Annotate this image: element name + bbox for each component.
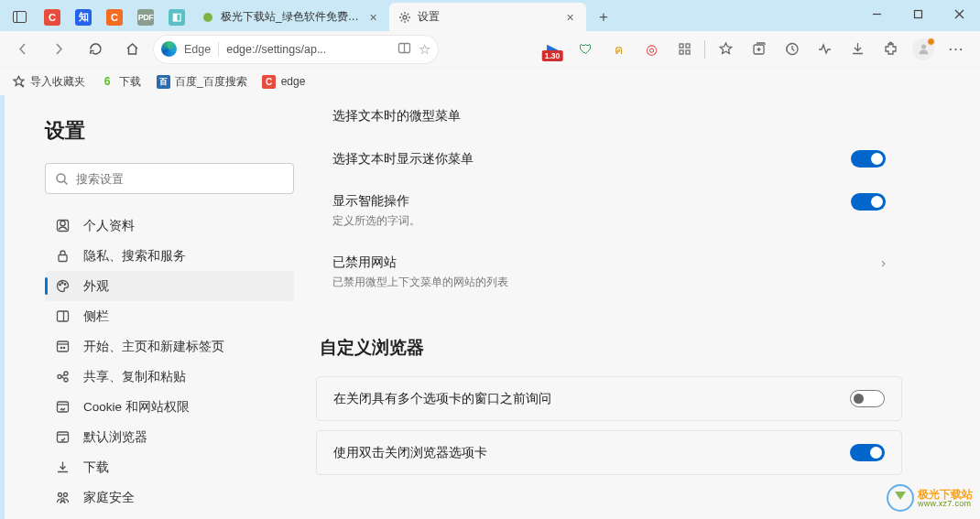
reload-button[interactable] (81, 35, 110, 64)
svg-point-17 (60, 221, 64, 225)
sidebar-item-lock[interactable]: 隐私、搜索和服务 (45, 241, 294, 271)
collections-icon[interactable] (742, 35, 775, 64)
toggle-ask-before-close[interactable] (850, 390, 885, 407)
sidebar-item-download[interactable]: 下载 (45, 452, 294, 482)
tab-close-icon[interactable]: × (365, 9, 381, 25)
c-icon: C (262, 74, 277, 89)
ext-shield-icon[interactable]: 🛡 (569, 35, 602, 64)
titlebar: C知CPDF◧ 极光下载站_绿色软件免费下载_官×设置× + (0, 0, 980, 31)
chevron-right-icon: › (881, 254, 886, 270)
svg-rect-2 (915, 10, 922, 17)
downloads-icon[interactable] (841, 35, 874, 64)
window-controls (856, 0, 980, 27)
pinned-tab-teal-app[interactable]: ◧ (162, 4, 191, 30)
tab-0[interactable]: 极光下载站_绿色软件免费下载_官× (192, 3, 389, 31)
ext-grid-icon[interactable] (668, 35, 701, 64)
pinned-tab-zhihu[interactable]: 知 (69, 4, 98, 30)
pinned-tab-c-app[interactable]: C (38, 4, 67, 30)
sidebar-item-lang[interactable]: 语言 (45, 513, 294, 519)
sidebar-icon (54, 308, 71, 324)
svg-point-29 (64, 372, 68, 375)
performance-icon[interactable] (808, 35, 841, 64)
home-button[interactable] (117, 35, 147, 64)
new-tab-button[interactable]: + (591, 5, 616, 30)
back-button[interactable] (7, 35, 37, 64)
sidebar-item-family[interactable]: 家庭安全 (45, 482, 294, 513)
tab-close-icon[interactable]: × (562, 9, 578, 25)
settings-title: 设置 (45, 117, 294, 145)
tab-favicon (201, 10, 215, 25)
toggle-mini-menu[interactable] (851, 150, 886, 168)
minimize-button[interactable] (856, 0, 898, 27)
sidebar-item-browser[interactable]: 默认浏览器 (45, 422, 294, 452)
extensions-icon[interactable] (874, 35, 907, 64)
toolbar: Edge edge://settings/ap... ☆ ▶1.30 🛡 ฅ ◎… (0, 31, 980, 68)
tab-1[interactable]: 设置× (389, 3, 586, 31)
tab-favicon (397, 10, 412, 25)
c-app-icon: C (44, 9, 60, 26)
svg-line-16 (64, 181, 68, 185)
svg-point-0 (403, 16, 407, 19)
sidebar-item-label: 侧栏 (83, 308, 109, 325)
favorite-star-icon[interactable]: ☆ (419, 41, 430, 58)
cookie-icon (54, 399, 71, 415)
sidebar-item-label: 共享、复制和粘贴 (83, 369, 186, 385)
history-icon[interactable] (775, 35, 808, 64)
sidebar-item-label: 默认浏览器 (83, 429, 147, 446)
bookmark-import[interactable]: 导入收藏夹 (11, 74, 85, 90)
maximize-button[interactable] (898, 0, 939, 27)
lock-icon (54, 248, 71, 264)
ext-flag-icon[interactable]: ▶1.30 (536, 35, 569, 64)
svg-point-15 (57, 174, 65, 182)
row-mini-menu-heading: 选择文本时的微型菜单 (316, 95, 902, 137)
zhihu-icon: 知 (75, 9, 92, 26)
vertical-tabs-button[interactable] (4, 4, 35, 31)
split-screen-icon[interactable] (397, 41, 411, 58)
section-customize-browser: 自定义浏览器 (320, 336, 902, 360)
search-icon (55, 172, 69, 186)
row-show-mini-menu: 选择文本时显示迷你菜单 (316, 137, 902, 180)
bookmark-edge[interactable]: Cedge (262, 74, 306, 89)
row-disabled-sites[interactable]: 已禁用网站 已禁用微型上下文菜单的网站的列表 › (316, 242, 902, 303)
bookmark-baidu[interactable]: 百百度_百度搜索 (156, 74, 247, 90)
svg-point-21 (61, 282, 63, 284)
tab-label: 设置 (418, 9, 557, 25)
pinned-tab-pdf24[interactable]: PDF (131, 4, 160, 30)
download-icon (54, 460, 71, 475)
close-window-button[interactable] (939, 0, 980, 27)
baidu-icon: 百 (156, 74, 170, 89)
sidebar-item-label: 个人资料 (83, 218, 135, 234)
bookmark-download[interactable]: 6下载 (100, 74, 141, 90)
svg-point-38 (60, 498, 63, 501)
sidebar-item-appearance[interactable]: 外观 (45, 271, 294, 301)
ext-cat-icon[interactable]: ฅ (602, 35, 635, 64)
row-smart-actions: 显示智能操作 定义所选的字词。 (316, 180, 902, 242)
pinned-tab-c-app2[interactable]: C (100, 4, 129, 30)
toggle-smart-actions[interactable] (851, 193, 886, 211)
avatar[interactable] (907, 35, 940, 64)
toggle-double-click-close[interactable] (850, 444, 885, 461)
browser-icon (54, 429, 71, 445)
forward-button[interactable] (44, 35, 73, 64)
settings-search-input[interactable] (76, 172, 284, 186)
appearance-icon (54, 278, 71, 294)
favorites-icon[interactable] (709, 35, 742, 64)
ext-target-icon[interactable]: ◎ (635, 35, 668, 64)
teal-app-icon: ◧ (169, 9, 185, 26)
svg-point-22 (64, 284, 66, 286)
sidebar-item-cookie[interactable]: Cookie 和网站权限 (45, 392, 294, 422)
svg-point-20 (59, 284, 60, 286)
sidebar-item-label: Cookie 和网站权限 (83, 399, 190, 416)
sidebar-item-home[interactable]: 开始、主页和新建标签页 (45, 331, 294, 362)
url-text: edge://settings/ap... (226, 43, 390, 56)
sidebar-item-share[interactable]: 共享、复制和粘贴 (45, 362, 294, 392)
svg-rect-19 (59, 255, 67, 262)
menu-button[interactable]: ⋯ (940, 35, 973, 64)
address-bar[interactable]: Edge edge://settings/ap... ☆ (154, 36, 438, 63)
sidebar-item-sidebar[interactable]: 侧栏 (45, 301, 294, 331)
settings-search[interactable] (45, 163, 294, 194)
share-icon (54, 369, 71, 384)
sidebar-item-profile[interactable]: 个人资料 (45, 211, 294, 241)
svg-point-30 (58, 375, 61, 379)
sidebar-item-label: 外观 (83, 278, 109, 295)
